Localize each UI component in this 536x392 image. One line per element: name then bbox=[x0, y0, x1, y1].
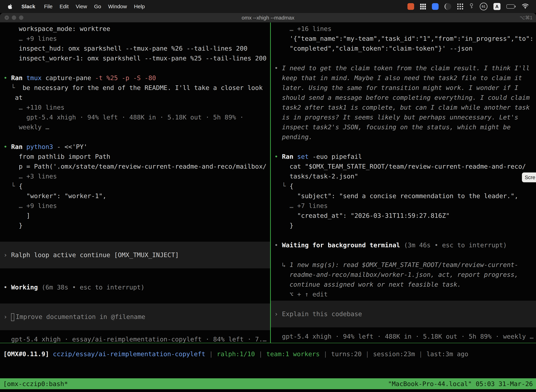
text-segment: (6m 38s • esc to interrupt) bbox=[42, 284, 144, 291]
blank-line bbox=[271, 142, 536, 152]
key-icon[interactable] bbox=[469, 2, 474, 11]
prompt-input-row[interactable]: › Improve documentation in @filename bbox=[0, 303, 270, 330]
terminal-line: tasks/task-2.json" bbox=[271, 171, 536, 181]
text-cursor bbox=[11, 313, 14, 321]
text-segment bbox=[4, 202, 19, 209]
text-segment bbox=[4, 104, 19, 111]
text-segment: … +3 lines bbox=[19, 173, 57, 180]
menu-edit[interactable]: Edit bbox=[56, 2, 72, 11]
menu-file[interactable]: File bbox=[40, 2, 56, 11]
text-segment: "created_at": "2026-03-31T11:59:27.816Z" bbox=[274, 212, 450, 219]
terminal-line: later. Using the same for transition mig… bbox=[271, 83, 536, 93]
ran-tmux-capture-line: • Ran tmux capture-pane -t %25 -p -S -80 bbox=[0, 73, 270, 83]
battery-percentage-badge[interactable]: 61 bbox=[480, 3, 488, 10]
text-segment: ↳ bbox=[274, 261, 290, 268]
terminal-line: } bbox=[0, 221, 270, 230]
terminal-line: └ { bbox=[271, 181, 536, 191]
text-segment: be necessary for the end of the README. … bbox=[23, 84, 263, 91]
tmux-host-clock-label: "MacBook-Pro-44.local" 05:03 31-Mar-26 bbox=[388, 380, 533, 387]
prompt-input-row[interactable]: › Explain this codebase bbox=[271, 301, 536, 327]
terminal-line: "subject": "send a concise recommendatio… bbox=[271, 191, 536, 201]
text-segment: p = Path('.omx/state/team/review-current… bbox=[4, 163, 267, 170]
text-segment: ⌥ + ↑ edit bbox=[274, 291, 328, 298]
text-segment: • bbox=[274, 242, 282, 249]
window-title: omx --xhigh --madmax bbox=[242, 15, 294, 21]
terminal-line: should send a message before completing … bbox=[271, 93, 536, 103]
close-button[interactable]: × bbox=[5, 15, 9, 20]
text-segment: › bbox=[274, 310, 282, 317]
text-segment: inspect_hud: omx sparkshell --tmux-pane … bbox=[4, 45, 247, 52]
macos-menu-bar: Slack File Edit View Go Window Help 61 A bbox=[0, 0, 536, 13]
waiting-status-line: • Waiting for background terminal (3m 46… bbox=[271, 240, 536, 250]
terminal-line: gpt-5.4 xhigh · 94% left · 488K in · 5.1… bbox=[0, 112, 270, 122]
screen-recording-indicator-icon[interactable] bbox=[407, 3, 414, 10]
blank-line bbox=[0, 132, 270, 142]
text-segment: -euo pipefail bbox=[312, 153, 362, 160]
text-segment: -t %25 -p -S -80 bbox=[95, 74, 156, 81]
dark-app-icon[interactable] bbox=[445, 3, 451, 10]
text-segment: (3m 46s • esc to interrupt) bbox=[404, 242, 507, 249]
text-segment: task2 after task1 is complete, but can I… bbox=[274, 104, 530, 111]
text-segment: gpt-5.4 xhigh · 94% left · 488K in · 5.1… bbox=[4, 114, 244, 121]
text-segment: … +9 lines bbox=[19, 202, 57, 209]
text-segment: I need to get the claim token from the c… bbox=[282, 65, 530, 72]
text-segment: • bbox=[4, 284, 11, 291]
text-segment: set bbox=[297, 153, 312, 160]
text-segment: python3 bbox=[26, 143, 57, 150]
window-titlebar[interactable]: × omx --xhigh --madmax ⌥⌘1 bbox=[0, 13, 536, 23]
tmux-session-label: [omx-cczip0:bash* bbox=[3, 380, 68, 387]
terminal-line: ] bbox=[0, 211, 270, 221]
text-segment: tmux bbox=[26, 74, 45, 81]
terminal-line: … +16 lines bbox=[271, 24, 536, 34]
text-segment: › bbox=[4, 251, 11, 258]
tmux-panes: workspace_mode: worktree … +9 lines insp… bbox=[0, 23, 536, 343]
ran-set-line: • Ran set -euo pipefail bbox=[271, 152, 536, 162]
menu-window[interactable]: Window bbox=[105, 2, 130, 11]
terminal-line: at bbox=[0, 93, 270, 103]
terminal-line: weekly … bbox=[0, 122, 270, 132]
text-segment: • bbox=[4, 143, 11, 150]
wifi-icon[interactable] bbox=[522, 3, 529, 10]
ran-python-line: • Ran python3 - <<'PY' bbox=[0, 142, 270, 152]
text-segment: { bbox=[19, 182, 23, 190]
blue-app-icon[interactable] bbox=[432, 3, 439, 10]
minimize-button[interactable] bbox=[12, 15, 16, 20]
menu-view[interactable]: View bbox=[72, 2, 90, 11]
terminal-line: … +110 lines bbox=[0, 103, 270, 112]
pane-footer-status: gpt-5.4 xhigh · essay/ai-reimplementatio… bbox=[0, 334, 270, 343]
traffic-lights: × bbox=[5, 13, 23, 22]
terminal-line: … +7 lines bbox=[271, 201, 536, 211]
screen-share-overlay[interactable]: Scre bbox=[522, 173, 536, 182]
menu-go[interactable]: Go bbox=[91, 2, 105, 11]
window-grid-icon[interactable] bbox=[420, 4, 426, 9]
text-segment bbox=[4, 173, 19, 180]
terminal-line: "worker": "worker-1", bbox=[0, 191, 270, 201]
menu-help[interactable]: Help bbox=[130, 2, 148, 11]
text-segment: … +16 lines bbox=[290, 25, 331, 32]
battery-percent-value: 61 bbox=[482, 5, 485, 9]
battery-icon[interactable] bbox=[507, 5, 516, 9]
terminal-line: } bbox=[271, 221, 536, 230]
terminal-line: readme-and-reco/mailbox/worker-1.json, a… bbox=[271, 270, 536, 280]
injected-prompt-row[interactable]: › Ralph loop active continue [OMX_TMUX_I… bbox=[0, 242, 270, 268]
terminal-line: task2 after task1 is complete, but can I… bbox=[271, 103, 536, 112]
apple-menu-icon[interactable] bbox=[7, 3, 12, 10]
menu-app-name[interactable]: Slack bbox=[18, 2, 38, 11]
text-segment: "completed","claim_token":"claim-token"}… bbox=[274, 45, 473, 52]
text-segment: continue assigned work or next feasible … bbox=[274, 281, 461, 288]
dots-grid-icon[interactable] bbox=[457, 4, 463, 9]
zoom-button[interactable] bbox=[19, 15, 23, 20]
left-pane[interactable]: workspace_mode: worktree … +9 lines insp… bbox=[0, 23, 270, 343]
text-segment: team:1 workers bbox=[266, 350, 320, 358]
input-source-letter: A bbox=[495, 4, 499, 9]
terminal-line: "completed","claim_token":"claim-token"}… bbox=[271, 44, 536, 53]
terminal-line: is in progress? It seems likely but perh… bbox=[271, 112, 536, 122]
right-pane[interactable]: … +16 lines '{"team_name":"my-team","tas… bbox=[271, 23, 536, 343]
input-source-icon[interactable]: A bbox=[493, 3, 500, 10]
text-segment: workspace_mode: worktree bbox=[4, 25, 110, 32]
text-segment: '{"team_name":"my-team","task_id":"1","f… bbox=[274, 35, 534, 42]
text-segment: inspect_worker-1: omx sparkshell --tmux-… bbox=[4, 55, 267, 62]
text-segment: { bbox=[290, 182, 293, 190]
screen-share-overlay-label: Scre bbox=[525, 175, 535, 180]
text-segment: from pathlib import Path bbox=[4, 153, 110, 160]
